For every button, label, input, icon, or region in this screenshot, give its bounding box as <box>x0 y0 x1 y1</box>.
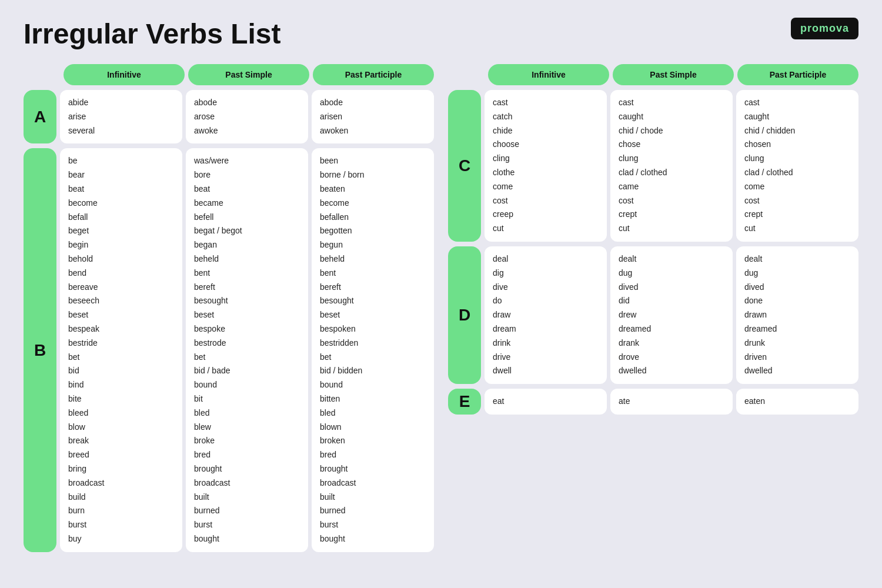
list-item: begin <box>68 238 174 252</box>
list-item: blow <box>68 420 174 435</box>
past-simple-cell-c: castcaughtchid / chodechoseclungclad / c… <box>610 90 733 242</box>
list-item: begotten <box>320 224 426 238</box>
list-item: become <box>68 196 174 211</box>
brand-logo: promova <box>791 18 858 39</box>
list-item: beget <box>68 224 174 238</box>
letter-group-c: Ccastcatchchidechooseclingclothecomecost… <box>448 90 858 242</box>
letter-badge-b: B <box>24 148 56 552</box>
letter-group-e: Eeatateeaten <box>448 389 858 415</box>
list-item: burned <box>194 504 300 518</box>
list-item: cost <box>493 194 599 208</box>
left-col-past-participle: Past Participle <box>313 64 434 85</box>
infinitive-cell-c: castcatchchidechooseclingclothecomecostc… <box>485 90 607 242</box>
list-item: several <box>68 124 174 138</box>
past-participle-cell-c: castcaughtchid / chiddenchosenclungclad … <box>736 90 858 242</box>
page-title: Irregular Verbs List <box>24 18 281 50</box>
list-item: beat <box>68 182 174 196</box>
list-item: dreamed <box>744 322 850 336</box>
past-participle-cell-a: abodearisenawoken <box>312 90 434 143</box>
infinitive-cell-b: bebearbeatbecomebefallbegetbeginbeholdbe… <box>60 148 182 552</box>
list-item: bend <box>68 266 174 280</box>
list-item: beheld <box>320 252 426 266</box>
list-item: arise <box>68 110 174 124</box>
list-item: bent <box>320 266 426 280</box>
list-item: cost <box>744 194 850 208</box>
list-item: befall <box>68 211 174 225</box>
right-table-section: Infinitive Past Simple Past Participle C… <box>448 64 858 557</box>
list-item: broken <box>320 434 426 448</box>
list-item: dive <box>493 280 599 295</box>
letter-group-d: Ddealdigdivedodrawdreamdrinkdrivedwellde… <box>448 246 858 384</box>
list-item: befell <box>194 211 300 225</box>
list-item: cut <box>619 222 724 236</box>
past-simple-cell-a: abodearoseawoke <box>186 90 308 143</box>
past-participle-cell-d: dealtdugdiveddonedrawndreameddrunkdriven… <box>736 246 858 384</box>
list-item: burst <box>194 518 300 532</box>
list-item: dreamed <box>619 322 724 336</box>
list-item: brought <box>320 462 426 476</box>
list-item: caught <box>619 110 724 124</box>
list-item: begun <box>320 238 426 252</box>
list-item: arisen <box>320 110 426 124</box>
list-item: did <box>619 294 724 308</box>
past-participle-cell-b: beenborne / bornbeatenbecomebefallenbego… <box>312 148 434 552</box>
list-item: chid / chode <box>619 124 724 138</box>
list-item: beset <box>68 308 174 322</box>
list-item: bereft <box>320 280 426 295</box>
list-item: cut <box>744 222 850 236</box>
list-item: awoken <box>320 124 426 138</box>
list-item: ate <box>619 395 724 409</box>
list-item: cost <box>619 194 724 208</box>
list-item: drink <box>493 336 599 350</box>
list-item: eaten <box>744 395 850 409</box>
list-item: bought <box>320 532 426 546</box>
group-data-d: dealdigdivedodrawdreamdrinkdrivedwelldea… <box>485 246 858 384</box>
list-item: driven <box>744 350 850 365</box>
list-item: became <box>194 196 300 211</box>
list-item: clad / clothed <box>619 166 724 180</box>
list-item: cast <box>493 96 599 110</box>
list-item: bred <box>320 448 426 462</box>
list-item: was/were <box>194 154 300 168</box>
list-item: built <box>194 490 300 505</box>
list-item: drawn <box>744 308 850 322</box>
past-participle-cell-e: eaten <box>736 389 858 415</box>
list-item: blew <box>194 420 300 435</box>
list-item: become <box>320 196 426 211</box>
list-item: bespoken <box>320 322 426 336</box>
list-item: dug <box>619 266 724 280</box>
right-col-headers: Infinitive Past Simple Past Participle <box>448 64 858 85</box>
list-item: bound <box>194 378 300 392</box>
list-item: draw <box>493 308 599 322</box>
list-item: drive <box>493 350 599 365</box>
list-item: cast <box>744 96 850 110</box>
list-item: bleed <box>68 406 174 420</box>
list-item: bred <box>194 448 300 462</box>
group-data-b: bebearbeatbecomebefallbegetbeginbeholdbe… <box>60 148 434 552</box>
list-item: broke <box>194 434 300 448</box>
list-item: broadcast <box>194 476 300 490</box>
list-item: bled <box>194 406 300 420</box>
past-simple-cell-b: was/wereborebeatbecamebefellbegat / bego… <box>186 148 308 552</box>
past-simple-cell-e: ate <box>610 389 733 415</box>
list-item: been <box>320 154 426 168</box>
list-item: dwelled <box>744 364 850 378</box>
list-item: catch <box>493 110 599 124</box>
list-item: come <box>493 180 599 194</box>
list-item: behold <box>68 252 174 266</box>
past-simple-cell-d: dealtdugdiveddiddrewdreameddrankdrovedwe… <box>610 246 733 384</box>
list-item: dug <box>744 266 850 280</box>
left-table-section: Infinitive Past Simple Past Participle A… <box>24 64 434 557</box>
list-item: bit <box>194 392 300 406</box>
tables-container: Infinitive Past Simple Past Participle A… <box>24 64 858 557</box>
list-item: drank <box>619 336 724 350</box>
list-item: deal <box>493 252 599 266</box>
list-item: broadcast <box>68 476 174 490</box>
list-item: bring <box>68 462 174 476</box>
list-item: do <box>493 294 599 308</box>
list-item: beset <box>320 308 426 322</box>
list-item: bereave <box>68 280 174 295</box>
list-item: dig <box>493 266 599 280</box>
list-item: bestrode <box>194 336 300 350</box>
list-item: beaten <box>320 182 426 196</box>
